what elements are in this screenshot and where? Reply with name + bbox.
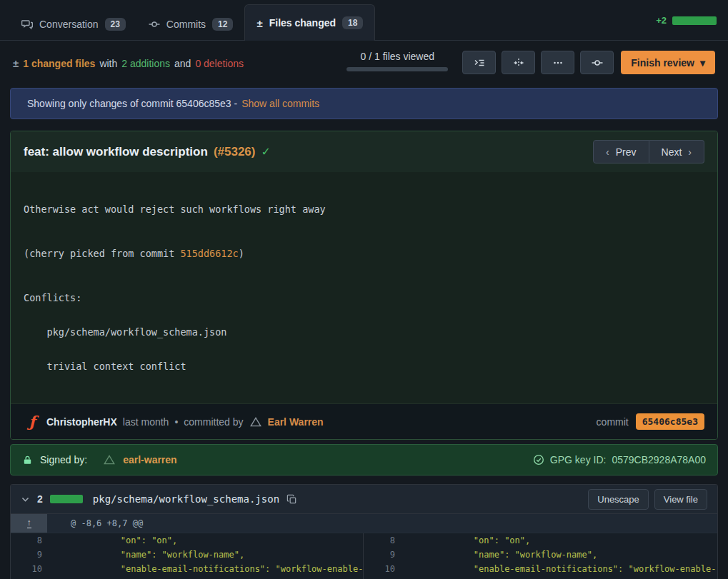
- code-line: "on": "on",: [79, 533, 363, 548]
- commit-box: feat: allow workflow description (#5326)…: [10, 131, 718, 440]
- deletions-count: 0 deletions: [195, 58, 244, 69]
- show-all-commits-link[interactable]: Show all commits: [241, 98, 319, 109]
- diff-row: 8 "on": "on",: [364, 533, 717, 548]
- line-number[interactable]: 9: [364, 548, 395, 562]
- changed-files-summary: ± 1 changed files with 2 additions and 0…: [13, 51, 244, 69]
- file-change-count: 2: [37, 493, 43, 505]
- signer-avatar[interactable]: [103, 453, 116, 466]
- commit-icon: [592, 57, 603, 69]
- line-number[interactable]: 10: [11, 562, 42, 576]
- line-number[interactable]: 9: [11, 548, 42, 562]
- committer-avatar[interactable]: [249, 416, 262, 428]
- next-commit-button[interactable]: Next ›: [649, 140, 704, 163]
- split-diff: 8 "on": "on", 9 "name": "workflow-name",…: [11, 533, 717, 579]
- code-line: "name": "workflow-name",: [432, 548, 717, 562]
- chevron-right-icon: ›: [688, 146, 692, 158]
- commit-icon: [149, 19, 160, 30]
- prev-label: Prev: [616, 146, 637, 158]
- signature-row: Signed by: earl-warren GPG key ID: 0579C…: [10, 444, 718, 475]
- conversation-icon: [21, 19, 33, 30]
- line-number[interactable]: 8: [364, 533, 395, 548]
- changed-files-link[interactable]: 1 changed files: [23, 58, 95, 69]
- signed-by-label: Signed by:: [40, 454, 87, 465]
- mini-diffstat: +2: [656, 15, 717, 26]
- committer-link[interactable]: Earl Warren: [268, 416, 324, 428]
- commit-header: feat: allow workflow description (#5326)…: [11, 131, 717, 172]
- gpg-key-value: 0579CB2928A78A00: [612, 454, 706, 465]
- view-file-button[interactable]: View file: [654, 489, 707, 510]
- chevron-down-icon[interactable]: [21, 495, 30, 504]
- pr-reference-link[interactable]: (#5326): [214, 145, 256, 159]
- more-options-button[interactable]: [541, 51, 574, 74]
- copy-path-icon[interactable]: [286, 494, 297, 505]
- committed-by-label: committed by: [184, 416, 243, 428]
- diff-actions: 0 / 1 files viewed: [346, 51, 715, 74]
- unescape-button[interactable]: Unescape: [588, 489, 649, 510]
- ellipsis-icon: [552, 57, 564, 69]
- cherry-pick-commit-link[interactable]: 515dd6612c: [180, 248, 238, 259]
- file-actions: Unescape View file: [588, 489, 707, 510]
- files-viewed-progress: [346, 67, 448, 71]
- file-path: pkg/schema/workflow_schema.json: [93, 493, 279, 505]
- commit-select-button[interactable]: [580, 51, 614, 74]
- diffstat-bar: [672, 16, 717, 25]
- code-line: "enable-email-notifications": "workflow-…: [432, 562, 717, 576]
- finish-review-button[interactable]: Finish review ▾: [621, 51, 715, 74]
- diff-pane-new: 8 "on": "on", 9 "name": "workflow-name",…: [363, 533, 717, 579]
- tab-conversation[interactable]: Conversation 23: [10, 9, 137, 40]
- tab-files-changed[interactable]: ± Files changed 18: [244, 4, 375, 41]
- diffstat-added-count: +2: [656, 15, 667, 26]
- tab-commits[interactable]: Commits 12: [137, 9, 245, 40]
- author-avatar[interactable]: ƒ: [24, 413, 41, 431]
- code-line-wrap: email-notifications",: [71, 576, 363, 579]
- tab-label: Commits: [166, 19, 206, 30]
- commit-date: last month: [123, 416, 169, 428]
- cherry-pick-text: (cherry picked from commit: [24, 248, 180, 259]
- files-viewed: 0 / 1 files viewed: [346, 51, 448, 71]
- file-header: 2 pkg/schema/workflow_schema.json Unesca…: [11, 485, 717, 514]
- chevron-left-icon: ‹: [606, 146, 609, 158]
- lock-icon: [22, 455, 33, 465]
- summary-text: and: [174, 58, 191, 69]
- additions-count: 2 additions: [121, 58, 170, 69]
- split-view-icon: [513, 57, 524, 69]
- file-tree-toggle-button[interactable]: [462, 51, 496, 74]
- diff-row: 8 "on": "on",: [11, 533, 363, 548]
- files-viewed-label: 0 / 1 files viewed: [346, 51, 448, 62]
- diff-row: 9 "name": "workflow-name",: [11, 548, 363, 562]
- hunk-header-text: @ -8,6 +8,7 @@: [71, 518, 143, 528]
- caret-down-icon: ▾: [700, 57, 705, 69]
- prev-commit-button[interactable]: ‹ Prev: [593, 140, 649, 163]
- line-number[interactable]: 8: [11, 533, 42, 548]
- tab-count-badge: 12: [212, 18, 233, 31]
- pr-tabs: Conversation 23 Commits 12 ± Files chang…: [10, 4, 375, 40]
- commit-sha-group: commit 65406c85e3: [597, 413, 704, 430]
- gpg-key-label: GPG key ID:: [550, 454, 607, 465]
- diff-icon: ±: [256, 17, 262, 29]
- commit-label: commit: [597, 416, 629, 428]
- commit-meta-row: ƒ ChristopherHX last month • committed b…: [11, 403, 717, 439]
- banner-text: Showing only changes of commit 65406c85e…: [27, 98, 237, 109]
- split-view-toggle-button[interactable]: [502, 51, 535, 74]
- author-link[interactable]: ChristopherHX: [46, 416, 117, 428]
- tab-label: Files changed: [269, 17, 336, 29]
- commit-message: Otherwise act would reject such workflow…: [11, 172, 717, 403]
- code-line-wrap: email-notifications",: [424, 576, 717, 579]
- diff-row: 10 "enable-email-notifications": "workfl…: [11, 562, 363, 579]
- line-number[interactable]: 10: [364, 562, 395, 576]
- expand-hunk-button[interactable]: ↑: [11, 514, 47, 533]
- finish-review-label: Finish review: [631, 57, 694, 69]
- commit-sha-badge[interactable]: 65406c85e3: [636, 413, 704, 430]
- diff-pane-old: 8 "on": "on", 9 "name": "workflow-name",…: [11, 533, 363, 579]
- commit-message-line: Conflicts:: [24, 292, 704, 303]
- verified-icon: [533, 454, 544, 465]
- signer-link[interactable]: earl-warren: [123, 454, 176, 465]
- pr-tab-bar: Conversation 23 Commits 12 ± Files chang…: [0, 0, 728, 41]
- commit-message-line: Otherwise act would reject such workflow…: [24, 203, 704, 215]
- commit-title-text: feat: allow workflow description: [24, 145, 208, 159]
- diff-row: 9 "name": "workflow-name",: [364, 548, 717, 562]
- commit-pager: ‹ Prev Next ›: [593, 140, 704, 163]
- code-line: "enable-email-notifications": "workflow-…: [79, 562, 363, 576]
- commit-filter-banner: Showing only changes of commit 65406c85e…: [10, 88, 718, 119]
- diff-toolbar-row: ± 1 changed files with 2 additions and 0…: [0, 41, 728, 88]
